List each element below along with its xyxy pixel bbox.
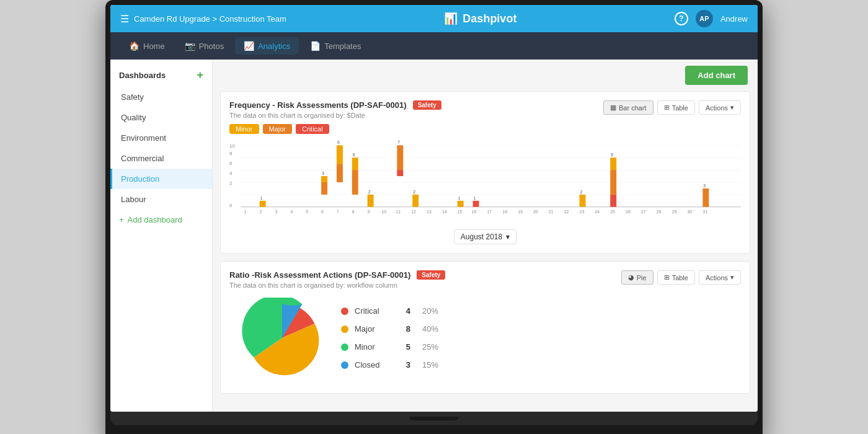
- sidebar-item-safety[interactable]: Safety: [110, 87, 212, 107]
- table-button-2[interactable]: ⊞ Table: [657, 270, 695, 285]
- sidebar-label-commercial: Commercial: [121, 154, 164, 163]
- table-icon-1: ⊞: [664, 104, 670, 112]
- svg-text:10: 10: [229, 143, 235, 149]
- pie-icon: ◕: [628, 273, 634, 281]
- svg-text:1: 1: [474, 196, 476, 200]
- avatar: AP: [696, 10, 713, 27]
- breadcrumb: Camden Rd Upgrade > Construction Team: [134, 14, 286, 24]
- bar-chart-label: Bar chart: [619, 104, 647, 112]
- nav-item-photos[interactable]: 📷 Photos: [176, 37, 232, 55]
- bar-chart-container: 10 8 6 4 2 0: [229, 139, 741, 226]
- sidebar-item-environment[interactable]: Environment: [110, 128, 212, 148]
- add-dashboard-button[interactable]: + Add dashboard: [110, 210, 212, 230]
- svg-rect-42: [321, 176, 327, 182]
- pie-label: Pie: [637, 274, 647, 281]
- sidebar-item-commercial[interactable]: Commercial: [110, 148, 212, 169]
- pie-count-closed: 3: [398, 360, 410, 370]
- top-bar-right: ? AP Andrew: [675, 10, 748, 27]
- pie-dot-minor: [341, 343, 348, 351]
- legend-minor: Minor: [229, 124, 259, 134]
- pie-dot-critical: [341, 308, 348, 315]
- svg-text:7: 7: [397, 140, 400, 144]
- actions-arrow-1: ▾: [730, 104, 734, 112]
- svg-rect-47: [352, 170, 358, 195]
- add-chart-button[interactable]: Add chart: [685, 66, 748, 85]
- actions-label-2: Actions: [706, 274, 728, 281]
- svg-text:6: 6: [337, 140, 340, 144]
- nav-label-photos: Photos: [199, 42, 224, 51]
- help-button[interactable]: ?: [675, 12, 688, 25]
- pie-label-major: Major: [355, 324, 392, 334]
- laptop-notch: [409, 417, 459, 420]
- laptop-screen: ☰ Camden Rd Upgrade > Construction Team …: [110, 5, 758, 412]
- actions-button-2[interactable]: Actions ▾: [699, 270, 741, 285]
- chart1-title-row: Frequency - Risk Assessments (DP-SAF-000…: [229, 100, 603, 110]
- svg-text:27: 27: [641, 210, 646, 214]
- sidebar-label-quality: Quality: [121, 113, 146, 122]
- brand-icon: 📊: [444, 12, 458, 25]
- sidebar-item-production[interactable]: Production: [110, 169, 212, 189]
- sidebar-item-labour[interactable]: Labour: [110, 189, 212, 210]
- svg-text:30: 30: [688, 210, 693, 214]
- bar-chart-proper: 10 8 6 4 2 0: [229, 139, 741, 219]
- svg-rect-36: [260, 201, 266, 207]
- svg-rect-82: [702, 188, 709, 207]
- svg-text:17: 17: [487, 210, 492, 214]
- actions-label-1: Actions: [706, 104, 728, 112]
- svg-text:22: 22: [564, 210, 569, 214]
- chart-card-2: Ratio -Risk Assessment Actions (DP-SAF-0…: [220, 261, 750, 394]
- brand-name: Dashpivot: [463, 12, 516, 25]
- table-button-1[interactable]: ⊞ Table: [657, 100, 695, 115]
- svg-text:2: 2: [413, 190, 415, 194]
- svg-rect-54: [397, 145, 403, 170]
- add-dashboard-icon: +: [119, 215, 124, 224]
- nav-item-home[interactable]: 🏠 Home: [120, 37, 174, 55]
- svg-text:12: 12: [411, 210, 416, 214]
- user-name: Andrew: [720, 14, 748, 24]
- date-dropdown-arrow: ▾: [506, 232, 510, 241]
- legend-major-label: Major: [269, 125, 286, 133]
- svg-text:6: 6: [229, 161, 232, 166]
- svg-text:8: 8: [352, 210, 355, 214]
- svg-rect-74: [610, 170, 616, 195]
- svg-text:1: 1: [244, 210, 247, 214]
- legend-major: Major: [263, 124, 293, 134]
- pie-count-major: 8: [398, 324, 410, 334]
- legend-minor-label: Minor: [236, 125, 253, 133]
- nav-bar: 🏠 Home 📷 Photos 📈 Analytics 📄 Templates: [110, 32, 758, 60]
- pie-pct-closed: 15%: [417, 360, 438, 370]
- table-label-1: Table: [672, 104, 688, 112]
- date-selector: August 2018 ▾: [229, 229, 741, 244]
- nav-item-analytics[interactable]: 📈 Analytics: [235, 37, 299, 55]
- bar-chart-button[interactable]: ▦ Bar chart: [603, 100, 653, 115]
- chart1-header: Frequency - Risk Assessments (DP-SAF-000…: [229, 100, 741, 119]
- sidebar-item-quality[interactable]: Quality: [110, 107, 212, 128]
- svg-text:6: 6: [353, 153, 355, 157]
- actions-button-1[interactable]: Actions ▾: [699, 100, 741, 115]
- table-icon-2: ⊞: [664, 273, 670, 281]
- pie-button[interactable]: ◕ Pie: [621, 270, 653, 285]
- chart1-title: Frequency - Risk Assessments (DP-SAF-000…: [229, 100, 407, 110]
- svg-text:11: 11: [396, 210, 401, 214]
- hamburger-icon[interactable]: ☰: [120, 13, 129, 25]
- pie-legend: Critical 4 20% Major 8 40%: [341, 306, 438, 370]
- date-dropdown[interactable]: August 2018 ▾: [454, 229, 516, 244]
- templates-icon: 📄: [310, 41, 321, 51]
- nav-item-templates[interactable]: 📄 Templates: [301, 37, 370, 55]
- pie-count-critical: 4: [398, 306, 410, 316]
- top-bar: ☰ Camden Rd Upgrade > Construction Team …: [110, 5, 758, 32]
- brand: 📊 Dashpivot: [444, 12, 516, 25]
- sidebar-label-safety: Safety: [121, 92, 144, 102]
- svg-rect-48: [352, 157, 358, 170]
- svg-text:31: 31: [702, 210, 707, 214]
- svg-rect-70: [580, 195, 586, 207]
- pie-pct-major: 40%: [417, 324, 438, 334]
- content-header: Add chart: [213, 60, 758, 91]
- svg-text:4: 4: [290, 210, 293, 214]
- pie-legend-closed: Closed 3 15%: [341, 360, 438, 370]
- pie-legend-critical: Critical 4 20%: [341, 306, 438, 316]
- sidebar-add-button[interactable]: +: [197, 69, 203, 81]
- svg-rect-56: [412, 195, 418, 207]
- svg-text:25: 25: [610, 210, 615, 214]
- svg-text:3: 3: [275, 210, 278, 214]
